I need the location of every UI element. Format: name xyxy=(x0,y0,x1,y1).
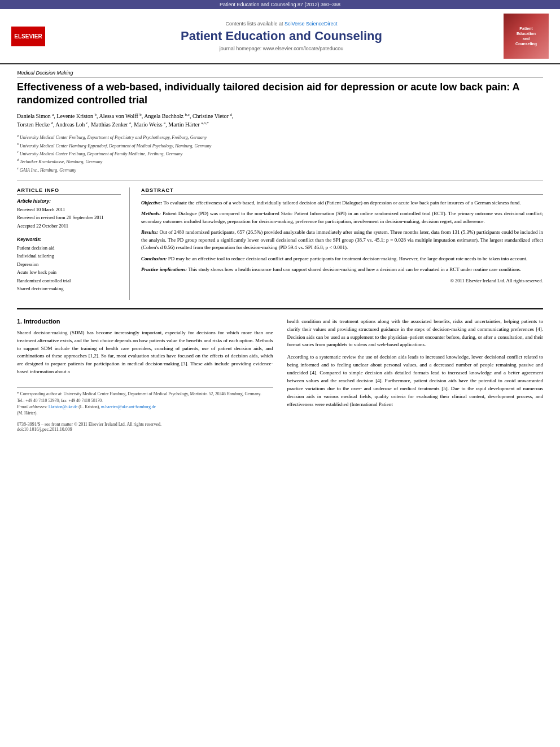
affil-b: b University Medical Center Hamburg-Eppe… xyxy=(17,143,211,148)
abstract-col: ABSTRACT Objective: To evaluate the effe… xyxy=(141,187,543,300)
keyword-5: Randomized controlled trial xyxy=(17,277,121,285)
sciverse-link[interactable]: SciVerse ScienceDirect xyxy=(285,21,338,27)
revised-date: Received in revised form 20 September 20… xyxy=(17,213,121,221)
journal-homepage: journal homepage: www.elsevier.com/locat… xyxy=(59,46,504,51)
keywords-heading: Keywords: xyxy=(17,237,121,242)
article-title: Effectiveness of a web-based, individual… xyxy=(17,81,543,107)
keyword-1: Patient decision aid xyxy=(17,244,121,252)
dates: Received 10 March 2011 Received in revis… xyxy=(17,206,121,230)
practice-text: This study shows how a health insurance … xyxy=(188,267,521,272)
body-section: 1. Introduction Shared decision-making (… xyxy=(17,318,543,433)
affil-e: e GAIA Inc., Hamburg, Germany xyxy=(17,168,76,173)
received-date: Received 10 March 2011 xyxy=(17,206,121,213)
methods-text: Patient Dialogue (PD) was compared to th… xyxy=(141,211,543,224)
article-info-heading: ARTICLE INFO xyxy=(17,187,121,195)
journal-center: Contents lists available at SciVerse Sci… xyxy=(59,21,504,51)
article-info-col: ARTICLE INFO Article history: Received 1… xyxy=(17,187,130,300)
tel-note: Tel.: +49 40 7410 52978; fax: +49 40 741… xyxy=(17,397,273,404)
conclusion-text: PD may be an effective tool to reduce de… xyxy=(168,256,527,261)
abstract-heading: ABSTRACT xyxy=(141,187,543,195)
keywords-section: Keywords: Patient decision aid Individua… xyxy=(17,237,121,293)
top-bar: Patient Education and Counseling 87 (201… xyxy=(0,0,560,9)
copyright: © 2011 Elsevier Ireland Ltd. All rights … xyxy=(141,277,543,285)
practice-label: Practice implications: xyxy=(141,267,187,272)
affil-a: a University Medical Center Freiburg, De… xyxy=(17,135,207,140)
abstract-objective: Objective: To evaluate the effectiveness… xyxy=(141,199,543,207)
keyword-2: Individual tailoring xyxy=(17,252,121,260)
journal-title: Patient Education and Counseling xyxy=(59,29,504,43)
intro-para-1: Shared decision-making (SDM) has become … xyxy=(17,329,273,377)
objective-label: Objective: xyxy=(141,200,162,206)
objective-text: To evaluate the effectiveness of a web-b… xyxy=(164,200,521,206)
article-history: ARTICLE INFO Article history: Received 1… xyxy=(17,187,121,230)
main-content: Medical Decision Making Effectiveness of… xyxy=(0,64,560,438)
body-right-col: health condition and its treatment optio… xyxy=(287,318,544,433)
body-left-col: 1. Introduction Shared decision-making (… xyxy=(17,318,273,433)
intro-text-right: health condition and its treatment optio… xyxy=(287,318,544,409)
info-abstract-section: ARTICLE INFO Article history: Received 1… xyxy=(17,187,543,300)
abstract-results: Results: Out of 2480 randomized particip… xyxy=(141,229,543,252)
thumb-text: PatientEducationandCounseling xyxy=(515,26,537,46)
affil-d: d Techniker Krankenkasse, Hamburg, Germa… xyxy=(17,159,102,164)
doi-text: doi:10.1016/j.pec.2011.10.009 xyxy=(17,427,273,432)
keyword-3: Depression xyxy=(17,260,121,268)
section-label: Medical Decision Making xyxy=(17,70,543,77)
journal-header: ELSEVIER Contents lists available at Sci… xyxy=(0,9,560,64)
intro-heading: 1. Introduction xyxy=(17,318,273,325)
affiliations: a University Medical Center Freiburg, De… xyxy=(17,133,543,180)
keywords-list: Patient decision aid Individual tailorin… xyxy=(17,244,121,293)
abstract-conclusion: Conclusion: PD may be an effective tool … xyxy=(141,255,543,263)
results-text: Out of 2480 randomized participants, 657… xyxy=(141,229,543,250)
elsevier-logo-area: ELSEVIER xyxy=(11,27,51,46)
keyword-6: Shared decision-making xyxy=(17,285,121,292)
sciverse-line: Contents lists available at SciVerse Sci… xyxy=(59,21,504,27)
keyword-4: Acute low back pain xyxy=(17,268,121,276)
intro-para-right-2: According to a systematic review the use… xyxy=(287,353,544,409)
elsevier-text: ELSEVIER xyxy=(14,33,42,40)
accepted-date: Accepted 22 October 2011 xyxy=(17,222,121,230)
abstract-text: Objective: To evaluate the effectiveness… xyxy=(141,199,543,285)
authors: Daniela Simon a, Levente Kriston b, Ales… xyxy=(17,112,543,129)
results-label: Results: xyxy=(141,229,158,235)
affil-c: c University Medical Center Freiburg, De… xyxy=(17,151,182,156)
methods-label: Methods: xyxy=(141,211,161,216)
abstract-methods: Methods: Patient Dialogue (PD) was compa… xyxy=(141,210,543,225)
abstract-practice: Practice implications: This study shows … xyxy=(141,266,543,274)
intro-text-left: Shared decision-making (SDM) has become … xyxy=(17,329,273,377)
intro-para-right-1: health condition and its treatment optio… xyxy=(287,318,544,350)
corresponding-note: * Corresponding author at: University Me… xyxy=(17,391,273,397)
footnote-area: * Corresponding author at: University Me… xyxy=(17,387,273,432)
email-note: E-mail addresses: l.kriston@uke.de (L. K… xyxy=(17,404,273,417)
body-divider xyxy=(17,308,543,309)
history-subheading: Article history: xyxy=(17,198,121,204)
authors-text: Daniela Simon a, Levente Kriston b, Ales… xyxy=(17,113,233,128)
footer-info: 0738-3991/$ – see front matter © 2011 El… xyxy=(17,422,273,432)
conclusion-label: Conclusion: xyxy=(141,256,167,261)
journal-citation: Patient Education and Counseling 87 (201… xyxy=(220,2,340,7)
issn-text: 0738-3991/$ – see front matter © 2011 El… xyxy=(17,422,273,427)
journal-thumbnail: PatientEducationandCounseling xyxy=(504,14,549,59)
